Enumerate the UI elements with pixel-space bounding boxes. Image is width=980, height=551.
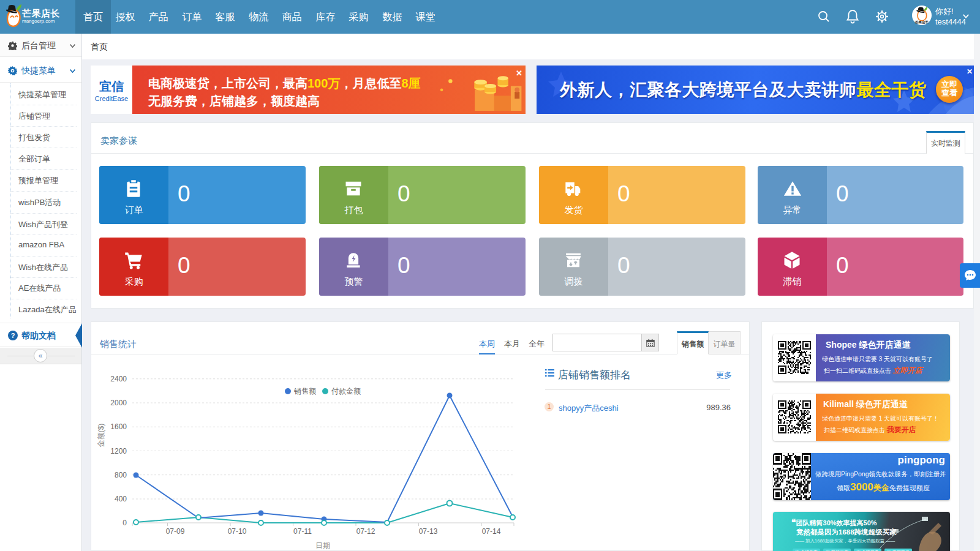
svg-text:销售额: 销售额 [293, 387, 316, 395]
svg-text:2000: 2000 [110, 399, 127, 407]
svg-text:1200: 1200 [110, 447, 127, 455]
svg-text:日期: 日期 [315, 541, 330, 550]
svg-text:07-13: 07-13 [419, 527, 438, 536]
svg-text:0: 0 [123, 519, 127, 527]
svg-text:?: ? [11, 332, 15, 339]
svg-text:07-11: 07-11 [293, 527, 312, 536]
svg-text:07-09: 07-09 [166, 527, 185, 536]
svg-text:芒果店长: 芒果店长 [914, 20, 929, 24]
svg-text:07-10: 07-10 [228, 527, 247, 536]
svg-text:800: 800 [115, 471, 127, 479]
svg-text:金额($): 金额($) [97, 424, 105, 448]
svg-text:2400: 2400 [110, 375, 127, 383]
svg-text:07-14: 07-14 [482, 527, 501, 536]
svg-text:07-12: 07-12 [356, 527, 375, 536]
svg-text:400: 400 [115, 495, 127, 503]
svg-text:1600: 1600 [110, 422, 127, 431]
svg-text:付款金额: 付款金额 [331, 387, 361, 395]
